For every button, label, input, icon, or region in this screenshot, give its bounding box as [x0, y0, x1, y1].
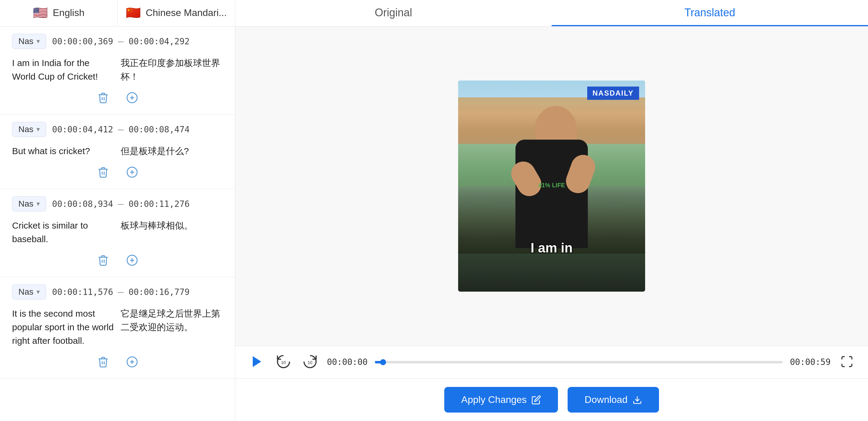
subtitle-actions-2: [12, 164, 223, 182]
time-end-4: 00:00:16,779: [128, 287, 189, 297]
subtitle-original-1[interactable]: I am in India for the World Cup of Crick…: [12, 56, 115, 83]
time-separator-1: —: [118, 36, 124, 47]
chinese-flag-icon: 🇨🇳: [126, 6, 141, 20]
subtitle-translated-3[interactable]: 板球与棒球相似。: [121, 219, 223, 232]
subtitle-row: Nas ▾ 00:00:00,369 — 00:00:04,292 I am i…: [0, 27, 235, 115]
time-start-2: 00:00:04,412: [52, 125, 113, 134]
language-tabs: 🇺🇸 English 🇨🇳 Chinese Mandari...: [0, 0, 235, 27]
subtitle-original-2[interactable]: But what is cricket?: [12, 144, 115, 158]
subtitle-meta-2: Nas ▾ 00:00:04,412 — 00:00:08,474: [12, 122, 223, 137]
subtitle-translated-4[interactable]: 它是继足球之后世界上第二受欢迎的运动。: [121, 307, 223, 334]
add-button-4[interactable]: [124, 353, 141, 371]
edit-icon: [531, 395, 541, 405]
speaker-name-4: Nas: [19, 287, 33, 297]
speaker-name-2: Nas: [19, 125, 33, 134]
speaker-name-1: Nas: [19, 36, 33, 46]
chevron-down-icon: ▾: [36, 288, 40, 296]
time-range-2: 00:00:04,412 — 00:00:08,474: [52, 124, 190, 135]
download-button[interactable]: Download: [568, 387, 659, 413]
right-panel: Original Translated NASDAILY: [235, 0, 868, 421]
time-range-4: 00:00:11,576 — 00:00:16,779: [52, 286, 190, 298]
right-tabs: Original Translated: [235, 0, 868, 27]
time-range-1: 00:00:00,369 — 00:00:04,292: [52, 36, 190, 47]
time-separator-2: —: [118, 124, 124, 135]
app-container: 🇺🇸 English 🇨🇳 Chinese Mandari... Nas ▾ 0…: [0, 0, 868, 421]
speaker-selector-4[interactable]: Nas ▾: [12, 284, 46, 299]
fullscreen-button[interactable]: [838, 353, 856, 371]
apply-changes-button[interactable]: Apply Changes: [444, 387, 558, 413]
delete-button-4[interactable]: [95, 353, 112, 371]
add-button-3[interactable]: [124, 252, 141, 270]
speaker-selector-3[interactable]: Nas ▾: [12, 196, 46, 212]
subtitle-actions-4: [12, 353, 223, 371]
video-controls: 10 10 00:00:00 00:00:59: [235, 346, 868, 378]
svg-text:10: 10: [308, 360, 312, 365]
chevron-down-icon: ▾: [36, 200, 40, 208]
chevron-down-icon: ▾: [36, 37, 40, 45]
time-end-2: 00:00:08,474: [128, 125, 189, 134]
subtitle-content-1: I am in India for the World Cup of Crick…: [12, 56, 223, 83]
apply-changes-label: Apply Changes: [461, 394, 527, 405]
time-start-4: 00:00:11,576: [52, 287, 113, 297]
delete-button-3[interactable]: [95, 252, 112, 270]
subtitle-original-4[interactable]: It is the second most popular sport in t…: [12, 307, 115, 348]
time-start-3: 00:00:08,934: [52, 199, 113, 209]
subtitle-content-4: It is the second most popular sport in t…: [12, 307, 223, 348]
tab-original[interactable]: Original: [235, 0, 552, 26]
delete-button-1[interactable]: [95, 89, 112, 107]
time-end-1: 00:00:04,292: [128, 36, 189, 46]
left-panel: 🇺🇸 English 🇨🇳 Chinese Mandari... Nas ▾ 0…: [0, 0, 235, 421]
video-player[interactable]: NASDAILY 41% LIFE I am in: [458, 80, 645, 292]
subtitle-content-2: But what is cricket? 但是板球是什么?: [12, 144, 223, 158]
subtitle-actions-3: [12, 252, 223, 270]
subtitle-translated-2[interactable]: 但是板球是什么?: [121, 144, 223, 158]
progress-bar[interactable]: [375, 361, 783, 363]
speaker-selector-2[interactable]: Nas ▾: [12, 122, 46, 137]
speaker-selector-1[interactable]: Nas ▾: [12, 34, 46, 49]
add-button-1[interactable]: [124, 89, 141, 107]
delete-button-2[interactable]: [95, 164, 112, 182]
tab-english-label: English: [53, 7, 85, 19]
subtitle-meta-1: Nas ▾ 00:00:00,369 — 00:00:04,292: [12, 34, 223, 49]
nasdaily-badge: NASDAILY: [587, 87, 639, 100]
time-separator-4: —: [118, 286, 124, 298]
progress-thumb: [380, 359, 386, 365]
bottom-actions: Apply Changes Download: [235, 378, 868, 421]
video-background: NASDAILY 41% LIFE I am in: [458, 80, 645, 292]
subtitle-row: Nas ▾ 00:00:11,576 — 00:00:16,779 It is …: [0, 277, 235, 379]
subtitle-content-3: Cricket is similar to baseball. 板球与棒球相似。: [12, 219, 223, 246]
subtitle-original-3[interactable]: Cricket is similar to baseball.: [12, 219, 115, 246]
tab-chinese[interactable]: 🇨🇳 Chinese Mandari...: [118, 0, 235, 26]
video-subtitle-overlay: I am in: [530, 240, 572, 255]
current-time: 00:00:00: [327, 357, 368, 367]
subtitle-meta-3: Nas ▾ 00:00:08,934 — 00:00:11,276: [12, 196, 223, 212]
tab-english[interactable]: 🇺🇸 English: [0, 0, 118, 26]
time-separator-3: —: [118, 198, 124, 209]
tab-chinese-label: Chinese Mandari...: [146, 7, 227, 19]
time-start-1: 00:00:00,369: [52, 36, 113, 46]
tab-translated[interactable]: Translated: [552, 0, 868, 26]
time-end-3: 00:00:11,276: [128, 199, 189, 209]
time-range-3: 00:00:08,934 — 00:00:11,276: [52, 198, 190, 209]
subtitle-actions-1: [12, 89, 223, 107]
svg-marker-12: [253, 356, 261, 367]
crowd-lower: [458, 254, 645, 292]
svg-text:10: 10: [281, 360, 286, 365]
add-button-2[interactable]: [124, 164, 141, 182]
play-button[interactable]: [247, 352, 267, 372]
subtitle-row: Nas ▾ 00:00:04,412 — 00:00:08,474 But wh…: [0, 115, 235, 189]
english-flag-icon: 🇺🇸: [33, 6, 48, 20]
subtitles-container: Nas ▾ 00:00:00,369 — 00:00:04,292 I am i…: [0, 27, 235, 421]
download-icon: [632, 395, 642, 405]
rewind-button[interactable]: 10: [274, 352, 293, 372]
chevron-down-icon: ▾: [36, 125, 40, 133]
video-area: NASDAILY 41% LIFE I am in: [235, 27, 868, 346]
tab-original-label: Original: [375, 6, 412, 19]
subtitle-meta-4: Nas ▾ 00:00:11,576 — 00:00:16,779: [12, 284, 223, 299]
subtitle-row: Nas ▾ 00:00:08,934 — 00:00:11,276 Cricke…: [0, 189, 235, 277]
subtitle-translated-1[interactable]: 我正在印度参加板球世界杯！: [121, 56, 223, 83]
shirt-text: 41% LIFE: [538, 182, 565, 189]
speaker-name-3: Nas: [19, 199, 33, 209]
tab-translated-label: Translated: [684, 6, 735, 19]
forward-button[interactable]: 10: [300, 352, 320, 372]
